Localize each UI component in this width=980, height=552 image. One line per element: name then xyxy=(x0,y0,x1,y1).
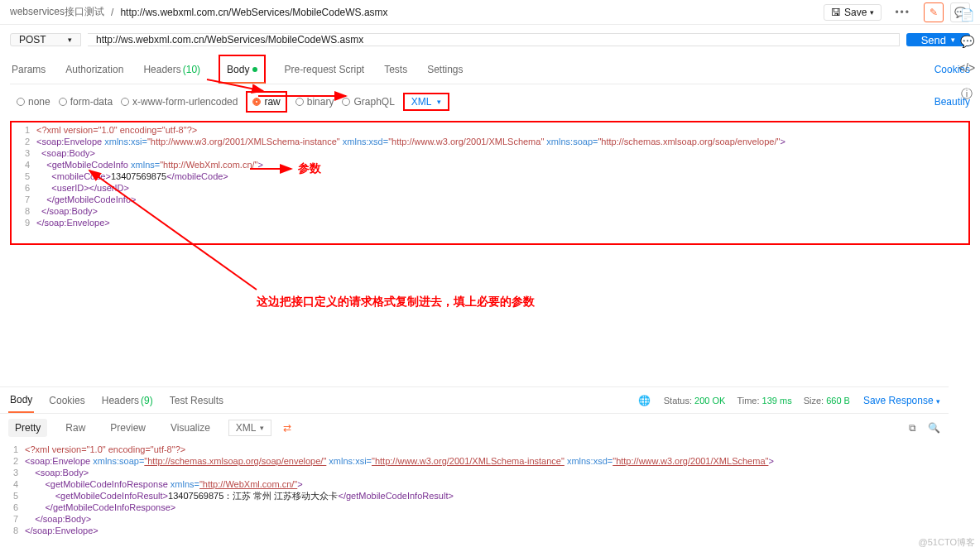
chevron-down-icon: ▾ xyxy=(437,98,441,106)
edit-icon-button[interactable]: ✎ xyxy=(924,2,944,22)
main-content: POST ▾ http://ws.webxml.com.cn/WebServic… xyxy=(0,25,980,245)
body-type-row: none form-data x-www-form-urlencoded raw… xyxy=(10,84,970,119)
method-value: POST xyxy=(19,34,46,46)
tab-params[interactable]: Params xyxy=(10,55,47,84)
line-gutter: 123456789 xyxy=(12,124,36,228)
annotation-copybody: 这边把接口定义的请求格式复制进去，填上必要的参数 xyxy=(257,295,535,310)
resp-tab-tests[interactable]: Test Results xyxy=(168,387,225,413)
view-preview[interactable]: Preview xyxy=(103,419,152,437)
breadcrumb-sep: / xyxy=(111,7,113,18)
save-button[interactable]: 🖫 Save ▾ xyxy=(824,4,882,21)
copy-icon[interactable]: ⧉ xyxy=(909,422,916,434)
save-response-button[interactable]: Save Response ▾ xyxy=(863,395,940,406)
tab-tests[interactable]: Tests xyxy=(382,55,409,84)
tab-body[interactable]: Body xyxy=(219,55,266,84)
tab-prerequest[interactable]: Pre-request Script xyxy=(282,55,366,84)
radio-none[interactable]: none xyxy=(17,96,50,108)
code-pane-icon[interactable]: </> xyxy=(958,60,975,76)
dot-indicator xyxy=(252,67,257,72)
breadcrumb-collection[interactable]: webservices接口测试 xyxy=(10,5,104,19)
response-body[interactable]: 12345678 <?xml version="1.0" encoding="u… xyxy=(0,442,949,552)
top-bar: webservices接口测试 / http://ws.webxml.com.c… xyxy=(0,0,980,25)
request-tabs: Params Authorization Headers (10) Body P… xyxy=(10,55,970,84)
line-gutter: 12345678 xyxy=(0,444,25,536)
radio-binary[interactable]: binary xyxy=(295,96,334,108)
view-visualize[interactable]: Visualize xyxy=(164,419,217,437)
radio-formdata[interactable]: form-data xyxy=(59,96,113,108)
view-raw[interactable]: Raw xyxy=(59,419,92,437)
right-sidebar: 📄 💬 </> ⓘ xyxy=(958,7,975,103)
breadcrumb-request[interactable]: http://ws.webxml.com.cn/WebServices/Mobi… xyxy=(120,7,387,18)
comments-pane-icon[interactable]: 💬 xyxy=(958,33,975,50)
response-view-options: Pretty Raw Preview Visualize XML▾ ⇄ ⧉ 🔍 xyxy=(0,414,949,442)
status-value: 200 OK xyxy=(694,396,725,406)
globe-icon[interactable]: 🌐 xyxy=(638,395,651,406)
pencil-icon: ✎ xyxy=(930,7,938,18)
more-actions-button[interactable]: ••• xyxy=(888,5,917,20)
response-lang-select[interactable]: XML▾ xyxy=(228,420,271,436)
chevron-down-icon: ▾ xyxy=(68,36,72,44)
time-value: 139 ms xyxy=(762,396,792,406)
watermark: @51CTO博客 xyxy=(919,536,975,549)
request-url-row: POST ▾ http://ws.webxml.com.cn/WebServic… xyxy=(10,25,970,55)
documentation-icon[interactable]: 📄 xyxy=(958,7,975,23)
wrap-lines-icon[interactable]: ⇄ xyxy=(283,422,291,434)
save-icon: 🖫 xyxy=(831,7,841,18)
send-label: Send xyxy=(921,34,946,46)
request-body-editor[interactable]: 123456789 <?xml version="1.0" encoding="… xyxy=(10,121,970,245)
radio-urlencoded[interactable]: x-www-form-urlencoded xyxy=(121,96,238,108)
method-select[interactable]: POST ▾ xyxy=(10,33,81,46)
code-lines: <?xml version="1.0" encoding="utf-8"?> <… xyxy=(36,124,968,228)
radio-raw[interactable]: raw xyxy=(246,91,286,113)
resp-tab-headers[interactable]: Headers (9) xyxy=(100,387,155,413)
chevron-down-icon: ▾ xyxy=(870,8,874,17)
search-icon[interactable]: 🔍 xyxy=(928,422,940,434)
tab-headers[interactable]: Headers (10) xyxy=(142,55,202,84)
resp-tab-body[interactable]: Body xyxy=(8,387,34,413)
view-pretty[interactable]: Pretty xyxy=(8,419,47,437)
body-lang-select[interactable]: XML▾ xyxy=(403,93,449,111)
resp-tab-cookies[interactable]: Cookies xyxy=(47,387,86,413)
code-lines: <?xml version="1.0" encoding="utf-8"?> <… xyxy=(25,444,949,536)
url-input[interactable]: http://ws.webxml.com.cn/WebServices/Mobi… xyxy=(88,33,900,46)
tab-settings[interactable]: Settings xyxy=(425,55,464,84)
size-value: 660 B xyxy=(826,396,850,406)
tab-authorization[interactable]: Authorization xyxy=(64,55,125,84)
info-pane-icon[interactable]: ⓘ xyxy=(958,86,975,103)
chevron-down-icon: ▾ xyxy=(951,36,955,44)
response-tabs: Body Cookies Headers (9) Test Results 🌐 … xyxy=(0,387,949,414)
save-label: Save xyxy=(844,7,867,18)
response-panel: Body Cookies Headers (9) Test Results 🌐 … xyxy=(0,386,949,552)
radio-graphql[interactable]: GraphQL xyxy=(342,96,394,108)
